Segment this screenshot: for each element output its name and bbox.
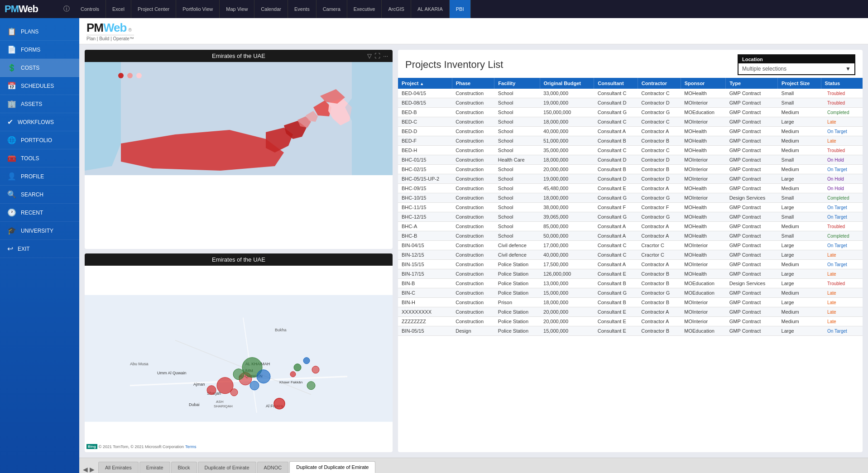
top-nav-item-executive[interactable]: Executive [347, 0, 382, 18]
col-header-project[interactable]: Project ▲ [398, 78, 452, 89]
sidebar-item-university[interactable]: 🎓UNIVERSITY [0, 222, 79, 240]
table-cell: 126,000,000 [540, 269, 594, 279]
table-cell: Construction [452, 269, 494, 279]
table-row[interactable]: BED-04/15ConstructionSchool33,000,000Con… [398, 89, 863, 98]
table-cell: Construction [452, 317, 494, 326]
table-row[interactable]: BHC-11/15ConstructionSchool38,000,000Con… [398, 203, 863, 212]
status-cell: Late [821, 317, 863, 326]
status-cell: Troubled [821, 279, 863, 288]
top-nav-item-arcgis[interactable]: ArcGIS [382, 0, 411, 18]
col-header-original-budget[interactable]: Original Budget [540, 78, 594, 89]
sidebar-item-forms[interactable]: 📄FORMS [0, 41, 79, 59]
expand-icon[interactable]: ⛶ [374, 53, 380, 59]
bottom-tab-block[interactable]: Block [171, 462, 197, 473]
table-cell: XXXXXXXXX [398, 307, 452, 317]
col-header-status[interactable]: Status [821, 78, 863, 89]
table-row[interactable]: BHC-BConstructionSchool50,000,000Consult… [398, 231, 863, 241]
sidebar-item-search[interactable]: 🔍SEARCH [0, 186, 79, 204]
svg-point-31 [303, 357, 310, 363]
table-row[interactable]: BIN-12/15ConstructionCivil defence40,000… [398, 250, 863, 260]
table-cell: MOInterior [681, 260, 725, 269]
top-nav-item-pbi[interactable]: PBI [450, 0, 471, 18]
tab-right-arrow[interactable]: ▶ [90, 466, 95, 473]
table-row[interactable]: BHC-12/15ConstructionSchool39,065,000Con… [398, 212, 863, 222]
table-cell: Contractor D [638, 155, 681, 165]
col-header-facility[interactable]: Facility [494, 78, 540, 89]
table-cell: Police Station [494, 326, 540, 336]
col-header-phase[interactable]: Phase [452, 78, 494, 89]
sidebar-item-workflows[interactable]: ✔WORKFLOWS [0, 113, 79, 131]
table-cell: Contractor G [638, 108, 681, 117]
table-cell: BIN-B [398, 279, 452, 288]
top-nav-item-controls[interactable]: Controls [74, 0, 106, 18]
table-row[interactable]: BHC-AConstructionSchool85,000,000Consult… [398, 222, 863, 231]
table-row[interactable]: BED-BConstructionSchool150,000,000Consul… [398, 108, 863, 117]
top-nav-item-calendar[interactable]: Calendar [254, 0, 288, 18]
table-cell: Consultant C [594, 117, 638, 127]
top-nav-item-al-akaria[interactable]: AL AKARIA [411, 0, 450, 18]
table-cell: Contractor B [638, 269, 681, 279]
info-icon[interactable]: ⓘ [63, 5, 70, 13]
table-row[interactable]: BHC-09/15ConstructionSchool45,480,000Con… [398, 184, 863, 193]
sidebar-label-workflows: WORKFLOWS [18, 119, 54, 125]
table-row[interactable]: BED-CConstructionSchool18,000,000Consult… [398, 117, 863, 127]
sidebar-item-exit[interactable]: ↩EXIT [0, 240, 79, 258]
table-row[interactable]: BHC-10/15ConstructionSchool18,000,000Con… [398, 193, 863, 203]
table-row[interactable]: BIN-05/15DesignPolice Station15,000,000C… [398, 326, 863, 336]
table-cell: Construction [452, 89, 494, 98]
dot-map-svg: Umm Al Quwain Ajman Sharjah Dubai AL KHA… [85, 266, 393, 451]
sidebar-item-profile[interactable]: 👤PROFILE [0, 167, 79, 186]
table-row[interactable]: BIN-CConstructionPolice Station15,000,00… [398, 288, 863, 298]
sidebar-item-plans[interactable]: 📋PLANS [0, 23, 79, 41]
col-header-type[interactable]: Type [726, 78, 778, 89]
table-cell: MOInterior [681, 117, 725, 127]
bottom-tab-duplicate-of-emirate[interactable]: Duplicate of Emirate [198, 462, 256, 473]
tab-left-arrow[interactable]: ◀ [83, 466, 88, 473]
svg-text:Dubai: Dubai [189, 402, 200, 406]
col-header-project-size[interactable]: Project Size [778, 78, 821, 89]
status-cell: On Target [821, 260, 863, 269]
table-row[interactable]: BIN-BConstructionPolice Station13,000,00… [398, 279, 863, 288]
table-cell: Medium [778, 260, 821, 269]
table-row[interactable]: BHC-05/15-UP-2ConstructionSchool19,000,0… [398, 174, 863, 184]
filter-icon[interactable]: ▽ [367, 53, 372, 59]
bottom-tab-all-emirates[interactable]: All Emirates [98, 462, 139, 473]
table-row[interactable]: BED-HConstructionSchool35,000,000Consult… [398, 146, 863, 155]
sidebar-item-portfolio[interactable]: 🌐PORTFOLIO [0, 131, 79, 149]
more-icon[interactable]: ··· [383, 53, 388, 59]
bottom-tab-adnoc[interactable]: ADNOC [257, 462, 289, 473]
table-row[interactable]: BED-DConstructionSchool40,000,000Consult… [398, 127, 863, 136]
table-row[interactable]: BIN-17/15ConstructionPolice Station126,0… [398, 269, 863, 279]
table-row[interactable]: BIN-15/15ConstructionPolice Station17,50… [398, 260, 863, 269]
top-nav-item-events[interactable]: Events [288, 0, 317, 18]
sidebar-item-costs[interactable]: 💲COSTS [0, 59, 79, 77]
table-cell: 35,000,000 [540, 146, 594, 155]
sidebar-item-assets[interactable]: 🏢ASSETS [0, 95, 79, 113]
map1-controls[interactable]: ▽ ⛶ ··· [367, 53, 388, 59]
table-row[interactable]: BHC-01/15ConstructionHealth Care18,000,0… [398, 155, 863, 165]
table-row[interactable]: BHC-02/15ConstructionSchool20,000,000Con… [398, 165, 863, 174]
top-nav-item-camera[interactable]: Camera [317, 0, 347, 18]
top-nav-item-map-view[interactable]: Map View [220, 0, 254, 18]
location-filter-value[interactable]: Multiple selections ▼ [739, 63, 854, 74]
top-nav-item-excel[interactable]: Excel [106, 0, 131, 18]
sidebar-item-recent[interactable]: 🕐RECENT [0, 204, 79, 222]
terms-link[interactable]: Terms [185, 444, 197, 449]
top-nav-item-project-center[interactable]: Project Center [131, 0, 176, 18]
status-cell: Troubled [821, 89, 863, 98]
sidebar-item-schedules[interactable]: 📅SCHEDULES [0, 77, 79, 95]
col-header-consultant[interactable]: Consultant [594, 78, 638, 89]
top-nav-item-portfolio-view[interactable]: Portfolio View [176, 0, 220, 18]
bottom-tab-duplicate-of-duplicate-of-emirate[interactable]: Duplicate of Duplicate of Emirate [289, 461, 375, 473]
bottom-tab-emirate[interactable]: Emirate [139, 462, 170, 473]
table-row[interactable]: BIN-04/15ConstructionCivil defence17,000… [398, 241, 863, 250]
table-row[interactable]: BED-FConstructionSchool51,000,000Consult… [398, 136, 863, 146]
col-header-sponsor[interactable]: Sponsor [681, 78, 725, 89]
table-row[interactable]: BIN-HConstructionPrison18,000,000Consult… [398, 298, 863, 307]
table-row[interactable]: BED-08/15ConstructionSchool19,000,000Con… [398, 98, 863, 108]
col-header-contractor[interactable]: Contractor [638, 78, 681, 89]
svg-point-26 [233, 368, 244, 379]
table-row[interactable]: ZZZZZZZZConstructionPolice Station20,000… [398, 317, 863, 326]
table-row[interactable]: XXXXXXXXXConstructionPolice Station20,00… [398, 307, 863, 317]
sidebar-item-tools[interactable]: 🧰TOOLS [0, 149, 79, 167]
